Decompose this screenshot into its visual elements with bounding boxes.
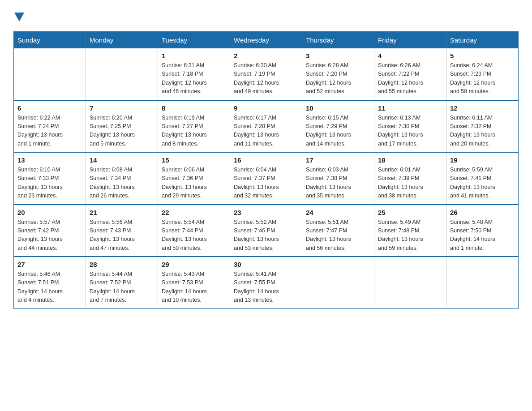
calendar-day: 17Sunrise: 6:03 AMSunset: 7:38 PMDayligh…	[302, 152, 374, 205]
calendar-day: 2Sunrise: 6:30 AMSunset: 7:19 PMDaylight…	[230, 48, 302, 100]
calendar-day: 26Sunrise: 5:48 AMSunset: 7:50 PMDayligh…	[446, 205, 519, 257]
day-number: 4	[378, 52, 442, 60]
day-number: 13	[17, 156, 82, 164]
logo-arrow-icon	[14, 13, 24, 21]
page-header	[13, 9, 519, 22]
day-number: 3	[306, 52, 370, 60]
calendar-week-4: 20Sunrise: 5:57 AMSunset: 7:42 PMDayligh…	[14, 205, 519, 257]
day-info: Sunrise: 5:54 AMSunset: 7:44 PMDaylight:…	[162, 218, 226, 253]
day-info: Sunrise: 6:04 AMSunset: 7:37 PMDaylight:…	[234, 166, 298, 201]
day-number: 19	[450, 156, 515, 164]
day-info: Sunrise: 6:24 AMSunset: 7:23 PMDaylight:…	[450, 61, 515, 96]
day-info: Sunrise: 6:03 AMSunset: 7:38 PMDaylight:…	[306, 166, 370, 201]
calendar-day	[374, 257, 446, 308]
day-number: 5	[450, 52, 515, 60]
day-info: Sunrise: 6:06 AMSunset: 7:36 PMDaylight:…	[162, 166, 226, 201]
calendar-day: 25Sunrise: 5:49 AMSunset: 7:48 PMDayligh…	[374, 205, 446, 257]
calendar-header-tuesday: Tuesday	[158, 32, 230, 49]
day-number: 21	[90, 209, 154, 216]
calendar-day: 20Sunrise: 5:57 AMSunset: 7:42 PMDayligh…	[14, 205, 86, 257]
calendar-day: 27Sunrise: 5:46 AMSunset: 7:51 PMDayligh…	[14, 257, 86, 308]
calendar-day	[86, 48, 158, 100]
calendar-day: 11Sunrise: 6:13 AMSunset: 7:30 PMDayligh…	[374, 100, 446, 153]
calendar-day	[14, 48, 86, 100]
day-number: 6	[17, 104, 82, 112]
day-number: 27	[17, 261, 82, 268]
day-number: 20	[17, 209, 82, 216]
day-info: Sunrise: 5:49 AMSunset: 7:48 PMDaylight:…	[378, 218, 442, 253]
calendar-day: 3Sunrise: 6:28 AMSunset: 7:20 PMDaylight…	[302, 48, 374, 100]
day-info: Sunrise: 5:41 AMSunset: 7:55 PMDaylight:…	[234, 270, 298, 305]
day-info: Sunrise: 6:01 AMSunset: 7:39 PMDaylight:…	[378, 166, 442, 201]
day-info: Sunrise: 5:46 AMSunset: 7:51 PMDaylight:…	[17, 270, 82, 305]
calendar-day: 6Sunrise: 6:22 AMSunset: 7:24 PMDaylight…	[14, 100, 86, 153]
day-info: Sunrise: 5:51 AMSunset: 7:47 PMDaylight:…	[306, 218, 370, 253]
day-number: 7	[90, 104, 154, 112]
calendar-day: 14Sunrise: 6:08 AMSunset: 7:34 PMDayligh…	[86, 152, 158, 205]
calendar-day: 9Sunrise: 6:17 AMSunset: 7:28 PMDaylight…	[230, 100, 302, 153]
day-info: Sunrise: 6:20 AMSunset: 7:25 PMDaylight:…	[90, 114, 154, 149]
day-number: 28	[90, 261, 154, 268]
day-info: Sunrise: 5:52 AMSunset: 7:46 PMDaylight:…	[234, 218, 298, 253]
calendar-day: 7Sunrise: 6:20 AMSunset: 7:25 PMDaylight…	[86, 100, 158, 153]
day-number: 29	[162, 261, 226, 268]
day-info: Sunrise: 6:17 AMSunset: 7:28 PMDaylight:…	[234, 114, 298, 149]
calendar-day: 10Sunrise: 6:15 AMSunset: 7:29 PMDayligh…	[302, 100, 374, 153]
day-number: 17	[306, 156, 370, 164]
day-info: Sunrise: 5:48 AMSunset: 7:50 PMDaylight:…	[450, 218, 515, 253]
day-number: 14	[90, 156, 154, 164]
day-number: 26	[450, 209, 515, 216]
day-info: Sunrise: 6:19 AMSunset: 7:27 PMDaylight:…	[162, 114, 226, 149]
calendar-week-5: 27Sunrise: 5:46 AMSunset: 7:51 PMDayligh…	[14, 257, 519, 308]
calendar-week-3: 13Sunrise: 6:10 AMSunset: 7:33 PMDayligh…	[14, 152, 519, 205]
calendar-week-2: 6Sunrise: 6:22 AMSunset: 7:24 PMDaylight…	[14, 100, 519, 153]
day-info: Sunrise: 5:59 AMSunset: 7:41 PMDaylight:…	[450, 166, 515, 201]
day-info: Sunrise: 6:11 AMSunset: 7:32 PMDaylight:…	[450, 114, 515, 149]
calendar-day: 5Sunrise: 6:24 AMSunset: 7:23 PMDaylight…	[446, 48, 519, 100]
calendar-day: 1Sunrise: 6:31 AMSunset: 7:18 PMDaylight…	[158, 48, 230, 100]
calendar-day: 24Sunrise: 5:51 AMSunset: 7:47 PMDayligh…	[302, 205, 374, 257]
day-number: 10	[306, 104, 370, 112]
calendar-table: SundayMondayTuesdayWednesdayThursdayFrid…	[13, 31, 519, 309]
calendar-header-row: SundayMondayTuesdayWednesdayThursdayFrid…	[14, 32, 519, 49]
calendar-day: 15Sunrise: 6:06 AMSunset: 7:36 PMDayligh…	[158, 152, 230, 205]
calendar-day: 28Sunrise: 5:44 AMSunset: 7:52 PMDayligh…	[86, 257, 158, 308]
day-number: 16	[234, 156, 298, 164]
calendar-header-monday: Monday	[86, 32, 158, 49]
day-info: Sunrise: 6:13 AMSunset: 7:30 PMDaylight:…	[378, 114, 442, 149]
calendar-day: 12Sunrise: 6:11 AMSunset: 7:32 PMDayligh…	[446, 100, 519, 153]
calendar-day: 13Sunrise: 6:10 AMSunset: 7:33 PMDayligh…	[14, 152, 86, 205]
day-number: 12	[450, 104, 515, 112]
day-number: 22	[162, 209, 226, 216]
calendar-day: 4Sunrise: 6:26 AMSunset: 7:22 PMDaylight…	[374, 48, 446, 100]
day-info: Sunrise: 6:22 AMSunset: 7:24 PMDaylight:…	[17, 114, 82, 149]
day-number: 30	[234, 261, 298, 268]
calendar-day	[446, 257, 519, 308]
day-info: Sunrise: 6:10 AMSunset: 7:33 PMDaylight:…	[17, 166, 82, 201]
day-info: Sunrise: 6:30 AMSunset: 7:19 PMDaylight:…	[234, 61, 298, 96]
day-number: 1	[162, 52, 226, 60]
calendar-day: 30Sunrise: 5:41 AMSunset: 7:55 PMDayligh…	[230, 257, 302, 308]
day-info: Sunrise: 6:26 AMSunset: 7:22 PMDaylight:…	[378, 61, 442, 96]
calendar-day: 22Sunrise: 5:54 AMSunset: 7:44 PMDayligh…	[158, 205, 230, 257]
day-number: 18	[378, 156, 442, 164]
day-info: Sunrise: 6:08 AMSunset: 7:34 PMDaylight:…	[90, 166, 154, 201]
calendar-header-wednesday: Wednesday	[230, 32, 302, 49]
svg-marker-0	[14, 13, 24, 21]
calendar-header-saturday: Saturday	[446, 32, 519, 49]
calendar-header-friday: Friday	[374, 32, 446, 49]
day-number: 23	[234, 209, 298, 216]
day-info: Sunrise: 5:43 AMSunset: 7:53 PMDaylight:…	[162, 270, 226, 305]
calendar-week-1: 1Sunrise: 6:31 AMSunset: 7:18 PMDaylight…	[14, 48, 519, 100]
calendar-day: 8Sunrise: 6:19 AMSunset: 7:27 PMDaylight…	[158, 100, 230, 153]
day-info: Sunrise: 5:57 AMSunset: 7:42 PMDaylight:…	[17, 218, 82, 253]
day-number: 15	[162, 156, 226, 164]
calendar-day: 21Sunrise: 5:56 AMSunset: 7:43 PMDayligh…	[86, 205, 158, 257]
calendar-header-thursday: Thursday	[302, 32, 374, 49]
day-number: 8	[162, 104, 226, 112]
calendar-day: 18Sunrise: 6:01 AMSunset: 7:39 PMDayligh…	[374, 152, 446, 205]
calendar-day: 29Sunrise: 5:43 AMSunset: 7:53 PMDayligh…	[158, 257, 230, 308]
day-number: 2	[234, 52, 298, 60]
day-number: 25	[378, 209, 442, 216]
logo	[13, 9, 24, 22]
